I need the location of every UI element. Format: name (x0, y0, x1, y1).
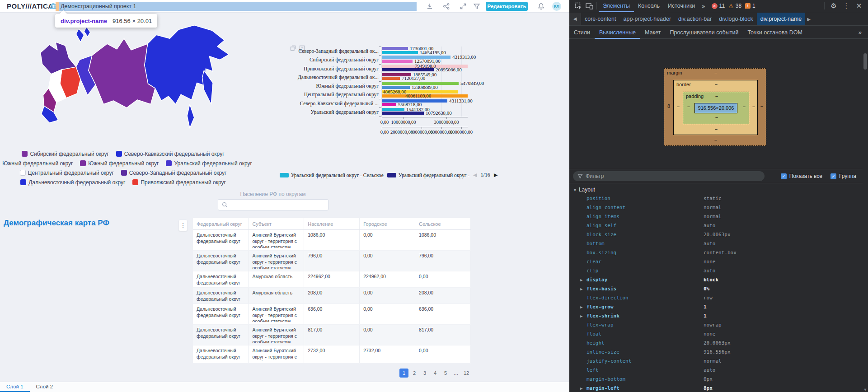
table-header-cell[interactable]: Городское (360, 218, 415, 230)
breadcrumb-item[interactable]: div.logo-block (715, 13, 757, 26)
chart-bar[interactable] (382, 112, 424, 115)
legend-item[interactable]: Северо-Кавказский федеральный округ (116, 151, 225, 157)
padding-bottom-value[interactable]: − (715, 115, 718, 120)
box-model-border[interactable]: border − − − − padding − − − − 916.556×2… (673, 80, 758, 135)
box-model-padding[interactable]: padding − − − − 916.556×20.006 (683, 92, 749, 124)
chart-legend-item[interactable]: Уральский федеральный округ - Сельское (280, 173, 384, 178)
breadcrumb-item[interactable]: div.project-name (757, 13, 805, 26)
chart-bar[interactable] (382, 103, 396, 106)
css-property-row[interactable]: ▶flex-shrink1 (569, 312, 863, 321)
breadcrumb-next-icon[interactable]: ▶ (807, 17, 811, 22)
legend-item[interactable]: Северо-Западный федеральный округ (121, 170, 227, 176)
console-errors-badge[interactable]: ✕ 11 (712, 3, 725, 9)
border-right-value[interactable]: − (752, 104, 755, 109)
download-icon[interactable] (426, 3, 433, 10)
legend-item[interactable]: Южный федеральный округ (0, 160, 73, 167)
expand-arrow-icon[interactable]: ▶ (580, 303, 582, 312)
console-warnings-badge[interactable]: ⚠ 38 (728, 3, 741, 9)
devtools-tab-Элементы[interactable]: Элементы (599, 0, 634, 12)
css-property-row[interactable]: ▶flex-basis0% (569, 285, 863, 294)
css-property-row[interactable]: ▶margin-left8px (569, 384, 863, 392)
layer-tab[interactable]: Слой 1 (0, 382, 30, 392)
border-top-value[interactable]: − (715, 82, 718, 87)
chart-bar[interactable] (382, 77, 400, 80)
computed-filter-input[interactable] (586, 173, 760, 179)
issues-badge[interactable]: ! 1 (745, 3, 755, 9)
chart-bar[interactable] (382, 47, 408, 50)
checkbox-Показать все[interactable]: ✓Показать все (781, 173, 822, 179)
expand-arrow-icon[interactable]: ▶ (580, 312, 582, 321)
legend-item[interactable]: Центральный федеральный округ (20, 170, 114, 176)
table-header-cell[interactable]: Федеральный округ (193, 218, 249, 230)
devtools-menu-icon[interactable]: ⋮ (841, 2, 852, 10)
pagination-page[interactable]: 4 (431, 369, 440, 378)
breadcrumb-item[interactable]: app-project-header (619, 13, 675, 26)
expand-arrow-icon[interactable]: ▶ (580, 275, 582, 285)
margin-right-value[interactable]: − (760, 103, 763, 109)
margin-top-value[interactable]: − (714, 70, 717, 75)
legend-item[interactable]: Сибирский федеральный округ (22, 151, 108, 157)
table-menu-button[interactable]: ⋮ (178, 219, 188, 231)
map-region-fareast[interactable] (145, 25, 229, 104)
legend-item[interactable]: Южный федеральный округ (80, 160, 159, 167)
border-left-value[interactable]: − (677, 104, 680, 109)
chart-bar[interactable] (382, 86, 410, 89)
css-property-row[interactable]: ▶flex-grow1 (569, 303, 863, 312)
computed-section-layout[interactable]: ▼Layout (569, 185, 863, 194)
expand-arrow-icon[interactable]: ▶ (580, 384, 582, 392)
pagination-page[interactable]: 5 (441, 369, 450, 378)
share-icon[interactable] (443, 3, 450, 10)
chart-legend-item[interactable]: Уральский федеральный округ - (387, 173, 469, 178)
project-name[interactable]: Демонстрационный проект 1 (59, 2, 417, 11)
scrollbar-down-arrow[interactable]: ▼ (863, 387, 868, 392)
map-region-islands[interactable] (76, 29, 84, 42)
legend-item[interactable]: Дальневосточный федеральный округ (20, 179, 125, 186)
map-region-islands[interactable] (84, 27, 90, 37)
inspect-element-icon[interactable] (573, 0, 584, 11)
padding-top-value[interactable]: − (715, 93, 718, 99)
map-region-siberia[interactable] (89, 38, 155, 107)
layer-tab[interactable]: Слой 2 (30, 382, 60, 392)
devtools-tab-Консоль[interactable]: Консоль (634, 0, 664, 12)
notifications-bell-icon[interactable] (538, 3, 545, 10)
device-toolbar-icon[interactable] (584, 0, 595, 11)
chart-bar[interactable] (382, 68, 434, 71)
pagination-page[interactable]: 1 (399, 369, 408, 378)
more-tabs-icon[interactable]: » (699, 3, 708, 9)
padding-left-value[interactable]: − (687, 104, 690, 109)
legend-prev-icon[interactable]: ◀ (473, 172, 477, 178)
more-panel-tabs-icon[interactable]: » (859, 29, 868, 36)
box-model-margin[interactable]: margin − 8 − − border − − − − padding − … (664, 68, 766, 146)
pagination-page[interactable]: 12 (462, 369, 471, 378)
border-bottom-value[interactable]: − (715, 126, 718, 132)
panel-tab-Прослушиватели событий[interactable]: Прослушиватели событий (665, 26, 743, 39)
panel-tab-Макет[interactable]: Макет (640, 26, 665, 39)
settings-gear-icon[interactable]: ⚙ (828, 2, 839, 10)
table-header-cell[interactable]: Сельское (415, 218, 471, 230)
panel-tab-Вычисленные[interactable]: Вычисленные (595, 26, 640, 39)
panel-tab-Точки останова DOM[interactable]: Точки останова DOM (743, 26, 807, 39)
map-region-sakhalin[interactable] (187, 104, 194, 128)
scrollbar-thumb[interactable] (863, 53, 867, 70)
expand-arrow-icon[interactable]: ▶ (580, 285, 582, 294)
chart-bar[interactable] (382, 51, 418, 54)
legend-item[interactable]: Приволжский федеральный округ (132, 179, 225, 186)
search-input[interactable] (230, 202, 324, 208)
breadcrumb-prev-icon[interactable]: ◀ (569, 13, 581, 25)
css-property-row[interactable]: ▶displayblock (569, 275, 863, 285)
devtools-tab-Источники[interactable]: Источники (664, 0, 699, 12)
pagination-page[interactable]: 3 (420, 369, 429, 378)
panel-tab-Стили[interactable]: Стили (569, 26, 595, 39)
box-model-content[interactable]: 916.556×20.006 (694, 103, 737, 113)
chart-bar[interactable] (382, 108, 404, 111)
margin-left-value[interactable]: 8 (667, 103, 670, 109)
legend-next-icon[interactable]: ▶ (494, 172, 497, 178)
pagination-page[interactable]: 2 (410, 369, 419, 378)
table-header-cell[interactable]: Субъект (249, 218, 304, 230)
table-header-cell[interactable]: Население (304, 218, 360, 230)
checkbox-Группа[interactable]: ✓Группа (830, 173, 856, 179)
breadcrumb-item[interactable]: core-content (581, 13, 619, 26)
map-region-kamchatka[interactable] (202, 70, 213, 104)
filter-icon[interactable] (473, 3, 480, 10)
margin-bottom-value[interactable]: − (714, 137, 717, 143)
